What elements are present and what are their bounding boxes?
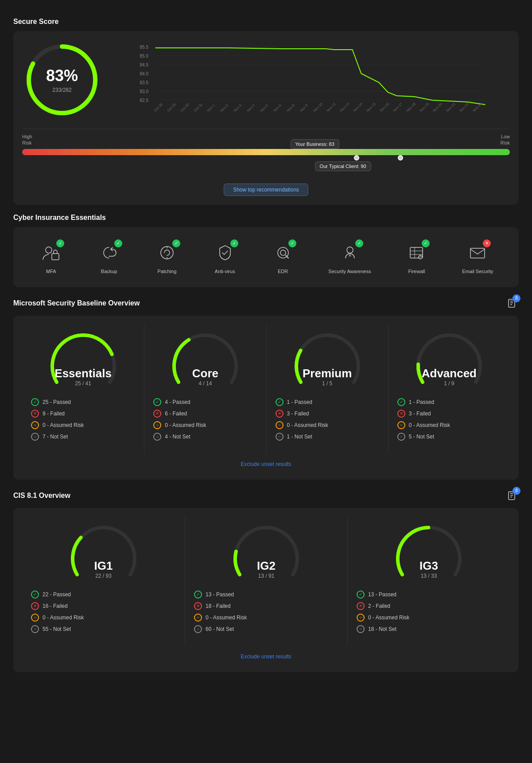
- ig2-arc-label: IG2 13 / 91: [257, 559, 276, 579]
- cis-icon-btn[interactable]: 8: [505, 489, 519, 503]
- cis-title: CIS 8.1 Overview: [13, 492, 70, 500]
- insurance-item-edr[interactable]: ✓ EDR: [271, 240, 295, 274]
- risk-icon: ○: [31, 614, 39, 622]
- overview-item-ig1[interactable]: IG1 22 / 93 ✓22 - Passed ✕16 - Failed ○0…: [22, 517, 185, 646]
- your-business-indicator: [354, 155, 359, 160]
- risk-icon: ○: [31, 421, 39, 429]
- notset-icon: ○: [357, 625, 365, 633]
- essentials-fraction: 25 / 41: [54, 380, 112, 387]
- insurance-item-backup[interactable]: ✓ Backup: [97, 240, 121, 274]
- insurance-item-patching[interactable]: ✓ Patching: [155, 240, 179, 274]
- advanced-stats: ✓1 - Passed ✕3 - Failed ○0 - Assumed Ris…: [393, 398, 505, 444]
- advanced-arc-container: Advanced 1 / 9: [414, 333, 485, 387]
- pass-icon: ✓: [31, 398, 39, 406]
- overview-item-advanced[interactable]: Advanced 1 / 9 ✓1 - Passed ✕3 - Failed ○…: [388, 325, 510, 453]
- ig2-stat-fail: ✕18 - Failed: [194, 602, 338, 610]
- overview-item-ig3[interactable]: IG3 13 / 33 ✓13 - Passed ✕2 - Failed ○0 …: [347, 517, 510, 646]
- pass-icon: ✓: [397, 398, 405, 406]
- svg-text:Nov-1: Nov-1: [206, 103, 216, 113]
- typical-client-label: Our Typical Client: 90: [320, 164, 366, 169]
- notset-icon: ○: [153, 433, 161, 441]
- line-chart-svg: 85.5 85.0 84.5 84.0 83.5 83.0 82.5: [115, 43, 510, 114]
- edr-icon-wrap: ✓: [271, 240, 295, 265]
- advanced-fraction: 1 / 9: [422, 380, 477, 387]
- essentials-stat-notset: ○7 - Not Set: [31, 433, 135, 441]
- overview-item-premium[interactable]: Premium 1 / 5 ✓1 - Passed ✕3 - Failed ○0…: [266, 325, 388, 453]
- security-awareness-icon-wrap: ✓: [338, 240, 362, 265]
- risk-labels: HighRisk LowRisk: [22, 133, 510, 146]
- svg-point-48: [347, 247, 353, 253]
- svg-text:Nov-6: Nov-6: [273, 103, 283, 113]
- svg-text:Nov-13: Nov-13: [339, 102, 350, 113]
- svg-text:Nov-16: Nov-16: [379, 102, 390, 113]
- show-recs-button[interactable]: Show top recommendations: [224, 184, 308, 196]
- pass-icon: ✓: [31, 591, 39, 599]
- ms-baseline-section: Microsoft Security Baseline Overview 8: [13, 296, 519, 480]
- insurance-item-mfa[interactable]: ✓ MFA: [39, 240, 63, 274]
- svg-text:Nov-21: Nov-21: [446, 102, 457, 113]
- premium-arc-label: Premium 1 / 5: [303, 367, 352, 387]
- your-business-label: Your Business: 83: [295, 141, 334, 147]
- pass-icon: ✓: [194, 591, 202, 599]
- antivirus-label: Anti-virus: [215, 269, 235, 274]
- email-security-status-badge: ✕: [483, 239, 491, 247]
- svg-text:84.0: 84.0: [140, 71, 149, 76]
- insurance-item-security-awareness[interactable]: ✓ Security Awareness: [328, 240, 371, 274]
- svg-text:Oct-28: Oct-28: [153, 102, 164, 113]
- insurance-item-firewall[interactable]: ✓ Firewall: [404, 240, 429, 274]
- premium-stats: ✓1 - Passed ✕3 - Failed ○0 - Assumed Ris…: [271, 398, 384, 444]
- advanced-stat-pass: ✓1 - Passed: [397, 398, 501, 406]
- ig2-stat-pass: ✓13 - Passed: [194, 591, 338, 599]
- ig2-title: IG2: [257, 559, 276, 573]
- secure-score-gauge: 83% 233/282: [22, 40, 102, 120]
- ig1-title: IG1: [94, 559, 113, 573]
- essentials-arc-container: Essentials 25 / 41: [48, 333, 119, 387]
- ms-baseline-card: Essentials 25 / 41 ✓25 - Passed ✕9 - Fai…: [13, 316, 519, 480]
- core-title: Core: [192, 367, 218, 380]
- risk-bar-section: HighRisk LowRisk Your Business: 83: [22, 129, 510, 177]
- cis-exclude-link[interactable]: Exclude unset results: [22, 650, 510, 663]
- notset-icon: ○: [397, 433, 405, 441]
- essentials-arc-label: Essentials 25 / 41: [54, 367, 112, 387]
- patching-label: Patching: [158, 269, 177, 274]
- core-arc-container: Core 4 / 14: [170, 333, 241, 387]
- svg-text:Nov-12: Nov-12: [326, 102, 337, 113]
- notset-icon: ○: [31, 625, 39, 633]
- risk-icon: ○: [397, 421, 405, 429]
- mfa-icon-wrap: ✓: [39, 240, 63, 265]
- overview-item-ig2[interactable]: IG2 13 / 91 ✓13 - Passed ✕18 - Failed ○0…: [185, 517, 347, 646]
- insurance-item-email-security[interactable]: ✕ Email Security: [462, 240, 493, 274]
- ig1-stat-risk: ○0 - Assumed Risk: [31, 614, 176, 622]
- high-risk-label: HighRisk: [22, 133, 32, 146]
- email-security-icon-wrap: ✕: [465, 240, 490, 265]
- svg-text:83.5: 83.5: [140, 80, 149, 85]
- ms-baseline-exclude-link[interactable]: Exclude unset results: [22, 458, 510, 471]
- ig1-fraction: 22 / 93: [94, 573, 113, 579]
- overview-item-essentials[interactable]: Essentials 25 / 41 ✓25 - Passed ✕9 - Fai…: [22, 325, 144, 453]
- cis-grid: IG1 22 / 93 ✓22 - Passed ✕16 - Failed ○0…: [22, 517, 510, 646]
- cyber-insurance-card: ✓ MFA ✓ Backup: [13, 227, 519, 287]
- insurance-item-antivirus[interactable]: ✓ Anti-virus: [213, 240, 237, 274]
- ig3-stats: ✓13 - Passed ✕2 - Failed ○0 - Assumed Ri…: [352, 591, 505, 637]
- patching-status-badge: ✓: [172, 239, 180, 247]
- ig3-stat-pass: ✓13 - Passed: [357, 591, 501, 599]
- firewall-label: Firewall: [408, 269, 425, 274]
- premium-stat-notset: ○1 - Not Set: [276, 433, 379, 441]
- svg-text:Nov-3: Nov-3: [233, 103, 243, 113]
- ig3-stat-notset: ○18 - Not Set: [357, 625, 501, 633]
- svg-text:85.5: 85.5: [140, 45, 149, 50]
- ms-baseline-icon-btn[interactable]: 8: [505, 296, 519, 310]
- typical-client-indicator: [398, 155, 403, 160]
- cis-notif-badge: 8: [513, 487, 520, 495]
- ig2-arc-container: IG2 13 / 91: [231, 526, 302, 579]
- secure-score-section: Secure Score 83% 233/282: [13, 18, 519, 205]
- advanced-title: Advanced: [422, 367, 477, 380]
- gauge-percent: 83%: [46, 67, 78, 85]
- premium-arc-container: Premium 1 / 5: [292, 333, 363, 387]
- overview-item-core[interactable]: Core 4 / 14 ✓4 - Passed ✕6 - Failed ○0 -…: [144, 325, 266, 453]
- cyber-insurance-section: Cyber Insurance Essentials ✓ MFA: [13, 214, 519, 287]
- ig2-fraction: 13 / 91: [257, 573, 276, 579]
- premium-title: Premium: [303, 367, 352, 380]
- risk-icon: ○: [194, 614, 202, 622]
- ms-baseline-grid: Essentials 25 / 41 ✓25 - Passed ✕9 - Fai…: [22, 325, 510, 453]
